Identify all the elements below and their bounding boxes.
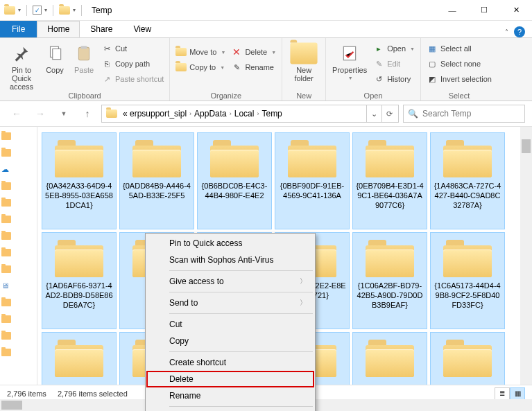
- folder-item[interactable]: {0ADD84B9-A446-45AD-B33E-25F5: [119, 132, 194, 229]
- minimize-button[interactable]: —: [436, 0, 468, 21]
- group-label: New: [286, 91, 321, 100]
- paste-shortcut-button[interactable]: ↗Paste shortcut: [100, 72, 165, 86]
- folder-name: {1A4863CA-727C-4427-B440-C9AD8C32787A}: [434, 182, 501, 210]
- folder-name: {1AD6AF66-9371-4AD2-BDB9-D58E86DE6A7C}: [45, 281, 113, 310]
- address-bar[interactable]: « erpsupport_sipl› AppData› Local› Temp …: [101, 105, 399, 123]
- title-bar: ▾ ✓ ▾ ▾ Temp — ☐ ✕: [0, 0, 532, 21]
- folder-item[interactable]: {0B6BDC0B-E4C3-44B4-980F-E4E2: [197, 132, 272, 229]
- folder-item[interactable]: {0A342A33-64D9-45EB-8955-03EA6581DCA1}: [42, 132, 117, 229]
- folder-icon: [443, 340, 492, 377]
- breadcrumb[interactable]: Local: [232, 109, 257, 119]
- ctx-pin-quick-access[interactable]: Pin to Quick access: [147, 235, 314, 252]
- folder-item[interactable]: [42, 332, 117, 385]
- history-icon: ↺: [373, 73, 384, 85]
- folder-icon: [288, 140, 336, 177]
- folder-name: {0EB709B4-E3D1-49C1-BE64-036A7A9077C6}: [356, 182, 424, 210]
- breadcrumb[interactable]: Temp: [259, 109, 284, 119]
- close-button[interactable]: ✕: [500, 0, 532, 21]
- folder-icon: [132, 140, 181, 177]
- chevron-down-icon: ▾: [44, 7, 47, 13]
- tab-home[interactable]: Home: [37, 21, 80, 37]
- breadcrumb[interactable]: « erpsupport_sipl: [120, 109, 189, 119]
- open-icon: ▸: [373, 43, 384, 54]
- edit-button[interactable]: ✎Edit: [372, 57, 416, 71]
- copy-to-icon: [175, 62, 187, 73]
- copy-path-button[interactable]: ⎘Copy path: [100, 57, 165, 71]
- collapse-ribbon-icon[interactable]: ˄: [505, 28, 508, 36]
- folder-item[interactable]: {0BBF90DF-91EB-4569-9C41-136A: [275, 132, 350, 229]
- back-button[interactable]: ←: [7, 104, 26, 123]
- ctx-send-to[interactable]: Send to〉: [147, 295, 314, 311]
- properties-button[interactable]: Properties▼: [330, 40, 369, 80]
- ribbon: Pin to Quick access Copy Paste ✂Cut ⎘Cop…: [0, 37, 532, 101]
- path-icon: ⎘: [101, 58, 112, 69]
- ctx-create-shortcut[interactable]: Create shortcut: [147, 354, 314, 371]
- group-label: Select: [425, 91, 493, 100]
- forward-button[interactable]: →: [31, 104, 50, 123]
- recent-locations-button[interactable]: ▼: [54, 104, 74, 123]
- icons-view-button[interactable]: ▦: [510, 387, 525, 400]
- folder-item[interactable]: {1AD6AF66-9371-4AD2-BDB9-D58E86DE6A7C}: [42, 232, 117, 329]
- navigation-pane[interactable]: ☁ 🖥: [0, 127, 37, 385]
- select-all-button[interactable]: ▦Select all: [425, 42, 493, 55]
- tab-file[interactable]: File: [0, 21, 37, 37]
- checkbox-icon[interactable]: ✓: [33, 6, 42, 15]
- chevron-right-icon: 〉: [300, 298, 307, 308]
- window-title: Temp: [87, 6, 112, 15]
- qat-dropdown[interactable]: ▾: [18, 7, 21, 13]
- paste-button[interactable]: Paste: [71, 40, 97, 74]
- selected-count: 2,796 items selected: [58, 390, 128, 398]
- select-all-icon: ▦: [427, 43, 438, 54]
- open-button[interactable]: ▸Open▼: [372, 42, 416, 55]
- group-label: Open: [330, 91, 416, 100]
- maximize-button[interactable]: ☐: [468, 0, 500, 21]
- rename-button[interactable]: ✎Rename: [230, 60, 277, 74]
- address-dropdown-icon[interactable]: ⌄: [366, 105, 381, 122]
- delete-button[interactable]: ✕Delete▼: [230, 45, 277, 59]
- invert-selection-button[interactable]: ◩Invert selection: [425, 72, 493, 86]
- pin-quick-access-button[interactable]: Pin to Quick access: [4, 40, 39, 91]
- svg-rect-2: [78, 47, 89, 60]
- details-view-button[interactable]: ≣: [495, 387, 510, 400]
- up-button[interactable]: ↑: [78, 104, 97, 123]
- folder-name: {0BBF90DF-91EB-4569-9C41-136A: [278, 182, 346, 201]
- folder-item[interactable]: {1A4863CA-727C-4427-B440-C9AD8C32787A}: [430, 132, 505, 229]
- new-folder-icon: [293, 42, 315, 64]
- folder-item[interactable]: [430, 332, 505, 385]
- cut-button[interactable]: ✂Cut: [100, 42, 165, 55]
- move-icon: [175, 46, 187, 58]
- ctx-rename[interactable]: Rename: [147, 387, 314, 404]
- move-to-button[interactable]: Move to▼: [174, 45, 227, 59]
- ctx-give-access[interactable]: Give access to〉: [147, 273, 314, 290]
- folder-icon: [4, 5, 15, 16]
- ctx-delete[interactable]: Delete: [146, 371, 314, 387]
- ctx-copy[interactable]: Copy: [147, 333, 314, 349]
- search-input[interactable]: 🔍 Search Temp: [403, 105, 525, 123]
- breadcrumb[interactable]: AppData: [191, 109, 230, 119]
- refresh-icon[interactable]: ⟳: [381, 105, 397, 122]
- copy-button[interactable]: Copy: [42, 40, 68, 74]
- context-menu: Pin to Quick access Scan with Sophos Ant…: [145, 233, 316, 411]
- help-icon[interactable]: ?: [514, 26, 525, 37]
- paste-icon: [73, 42, 95, 64]
- ctx-cut[interactable]: Cut: [147, 316, 314, 333]
- shortcut-icon: ↗: [101, 73, 112, 85]
- folder-icon: [55, 140, 103, 177]
- folder-item[interactable]: {1C06A2BF-BD79-42B5-A90D-79D0DB3B9EAF}: [352, 232, 427, 329]
- folder-name: {0A342A33-64D9-45EB-8955-03EA6581DCA1}: [45, 182, 113, 210]
- vertical-scrollbar[interactable]: [520, 127, 532, 385]
- folder-name: {1C6A5173-44D4-49B8-9CF2-5F8D40FD33FC}: [434, 281, 501, 310]
- tab-view[interactable]: View: [123, 21, 162, 37]
- folder-item[interactable]: [352, 332, 427, 385]
- new-folder-button[interactable]: New folder: [286, 40, 321, 82]
- folder-name: {0B6BDC0B-E4C3-44B4-980F-E4E2: [200, 182, 268, 201]
- tab-share[interactable]: Share: [80, 21, 123, 37]
- ctx-scan-antivirus[interactable]: Scan with Sophos Anti-Virus: [147, 252, 314, 268]
- folder-item[interactable]: {0EB709B4-E3D1-49C1-BE64-036A7A9077C6}: [352, 132, 427, 229]
- chevron-down-icon: ▾: [73, 7, 76, 13]
- select-none-button[interactable]: ▢Select none: [425, 57, 493, 71]
- copy-to-button[interactable]: Copy to▼: [174, 60, 227, 74]
- folder-item[interactable]: {1C6A5173-44D4-49B8-9CF2-5F8D40FD33FC}: [430, 232, 505, 329]
- chevron-right-icon: 〉: [300, 277, 307, 286]
- history-button[interactable]: ↺History: [372, 72, 416, 86]
